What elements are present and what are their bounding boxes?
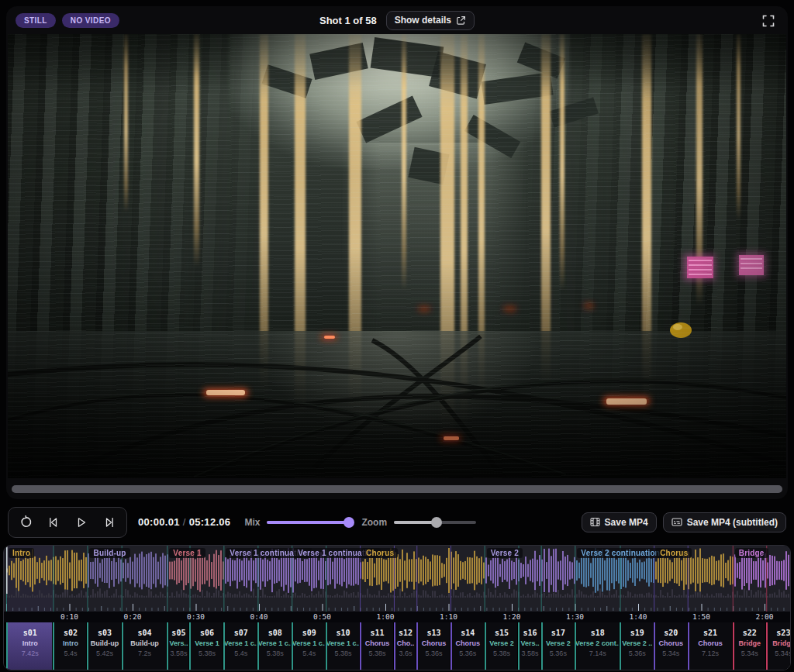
shot-id: s14 [461, 629, 475, 637]
shot-id: s10 [337, 629, 350, 637]
zoom-slider-thumb[interactable] [431, 517, 442, 528]
shot-id: s12 [399, 629, 413, 637]
shot-id: s19 [630, 629, 644, 637]
shot-section-name: Vers.. [520, 639, 539, 647]
shot-cell-s22[interactable]: s22Bridge5.34s [733, 622, 767, 670]
shot-cell-s06[interactable]: s06Verse 15.38s [189, 622, 223, 670]
shot-section-name: Chorus [698, 639, 723, 647]
show-details-label: Show details [395, 15, 451, 26]
shot-duration: 5.36s [459, 650, 476, 657]
section-label-chip: Chorus [362, 548, 398, 558]
shot-id: s02 [64, 629, 78, 637]
save-mp4-subtitled-label: Save MP4 (subtitled) [687, 517, 778, 528]
zoom-slider[interactable] [394, 517, 476, 528]
mix-label: Mix [244, 517, 260, 528]
shot-cell-s05[interactable]: s05Vers..3.58s [167, 622, 189, 670]
total-time: 05:12.06 [189, 516, 231, 528]
shot-cell-s14[interactable]: s14Chorus5.36s [451, 622, 485, 670]
shot-cell-s10[interactable]: s10Verse 1 c..5.38s [326, 622, 360, 670]
player-scroll-strip [6, 478, 788, 499]
playback-controls [8, 507, 127, 538]
shot-cell-s07[interactable]: s07Verse 1 c..5.4s [223, 622, 257, 670]
shot-list: s01Intro7.42ss02Intro5.4ss03Build-up5.42… [4, 622, 790, 670]
shot-section-name: Intro [63, 639, 78, 647]
shot-duration: 5.38s [335, 650, 352, 657]
save-mp4-subtitled-button[interactable]: Save MP4 (subtitled) [663, 512, 786, 532]
shot-cell-s17[interactable]: s17Verse 25.36s [541, 622, 575, 670]
show-details-button[interactable]: Show details [386, 11, 475, 30]
shot-cell-s03[interactable]: s03Build-up5.42s [87, 622, 121, 670]
section-label-chip: Intro [9, 548, 34, 558]
shot-section-name: Verse 1 [195, 639, 219, 647]
status-badges: STILLNO VIDEO [16, 13, 119, 28]
shot-cell-s12[interactable]: s12Cho..3.6s [394, 622, 416, 670]
shot-id: s17 [551, 629, 565, 637]
shot-cell-s04[interactable]: s04Build-up7.2s [122, 622, 167, 670]
shot-id: s13 [426, 629, 440, 637]
shot-cell-s09[interactable]: s09Verse 1 c..5.4s [292, 622, 326, 670]
shot-section-name: Verse 2 cont.. [575, 639, 620, 647]
shot-section-name: Cho.. [397, 639, 415, 647]
waveform-zone[interactable]: IntroBuild-upVerse 1Verse 1 continuation… [4, 546, 790, 612]
shot-section-name: Verse 1 c.. [224, 639, 258, 647]
shot-id: s01 [23, 629, 37, 637]
shot-section-name: Chorus [659, 639, 684, 647]
shot-cell-s19[interactable]: s19Verse 2 ..5.36s [620, 622, 654, 670]
shot-cell-s20[interactable]: s20Chorus5.34s [654, 622, 688, 670]
mix-slider-thumb[interactable] [343, 517, 354, 528]
shot-id: s21 [703, 629, 717, 637]
film-icon [590, 517, 600, 527]
skip-back-button[interactable] [41, 511, 66, 534]
shot-cell-s11[interactable]: s11Chorus5.38s [360, 622, 394, 670]
play-button[interactable] [69, 511, 94, 534]
shot-cell-s21[interactable]: s21Chorus7.12s [688, 622, 733, 670]
shot-section-name: Bridge [739, 639, 761, 647]
shot-section-name: Chorus [455, 639, 480, 647]
shot-duration: 7.2s [138, 650, 151, 657]
status-badge-no-video: NO VIDEO [62, 13, 119, 28]
ruler-time-label: 1:10 [440, 612, 457, 621]
video-player: STILLNO VIDEO Shot 1 of 58 Show details [6, 6, 788, 499]
shot-duration: 5.34s [662, 650, 679, 657]
section-label-chip: Verse 1 [169, 548, 205, 558]
save-mp4-button[interactable]: Save MP4 [582, 512, 657, 532]
shot-id: s20 [664, 629, 678, 637]
shot-cell-s23[interactable]: s23Bridge5.34s [766, 622, 790, 670]
shot-duration: 5.36s [629, 650, 646, 657]
shot-cell-s08[interactable]: s08Verse 1 c..5.38s [257, 622, 292, 670]
ruler-time-label: 1:20 [503, 612, 521, 621]
shot-cell-s15[interactable]: s15Verse 25.38s [485, 622, 519, 670]
shot-duration: 5.4s [64, 650, 77, 657]
shot-duration: 5.38s [198, 650, 216, 657]
shot-cell-s02[interactable]: s02Intro5.4s [53, 622, 87, 670]
ruler-time-label: 1:00 [377, 612, 395, 621]
shot-cell-s01[interactable]: s01Intro7.42s [6, 622, 53, 670]
shot-duration: 5.38s [368, 650, 385, 657]
shot-duration: 3.6s [399, 650, 413, 657]
shot-section-name: Intro [22, 639, 38, 647]
shot-id: s16 [523, 629, 537, 637]
ruler-time-label: 1:50 [692, 612, 710, 621]
video-preview[interactable] [8, 34, 786, 478]
shot-cell-s18[interactable]: s18Verse 2 cont..7.14s [575, 622, 620, 670]
shot-duration: 5.34s [741, 650, 758, 657]
subtitles-icon [671, 517, 682, 527]
fullscreen-icon[interactable] [761, 13, 777, 29]
shot-duration: 5.34s [775, 650, 790, 657]
shot-duration: 7.42s [22, 650, 39, 657]
mix-slider[interactable] [267, 517, 349, 528]
shot-id: s09 [302, 629, 316, 637]
shot-cell-s13[interactable]: s13Chorus5.36s [416, 622, 451, 670]
restart-button[interactable] [13, 511, 38, 534]
shot-duration: 5.36s [550, 650, 567, 657]
shot-cell-s16[interactable]: s16Vers..3.58s [518, 622, 540, 670]
time-ruler: 0:100:200:300:400:501:001:101:201:301:40… [4, 612, 790, 622]
shot-section-name: Vers.. [169, 639, 188, 647]
video-scrollbar[interactable] [12, 485, 782, 493]
skip-forward-button[interactable] [97, 511, 122, 534]
ruler-time-label: 2:00 [756, 612, 774, 621]
ruler-time-label: 0:20 [124, 612, 142, 621]
shot-id: s18 [591, 629, 605, 637]
shot-duration: 5.38s [267, 650, 284, 657]
save-mp4-label: Save MP4 [605, 517, 648, 528]
